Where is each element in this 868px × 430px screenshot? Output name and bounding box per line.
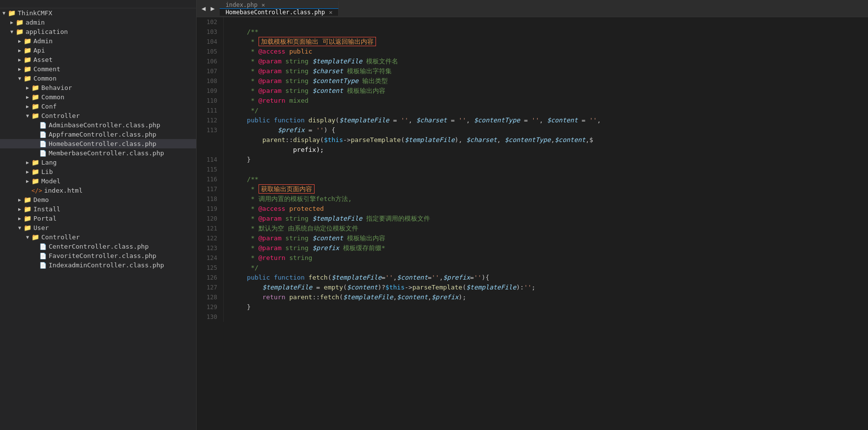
arrow-icon bbox=[16, 38, 24, 44]
code-line: $templateFile = empty($content)?$this->p… bbox=[231, 283, 868, 292]
tree-item-portal[interactable]: 📁Portal bbox=[0, 214, 196, 223]
code-editor[interactable]: 1021031041051061071081091101111121131141… bbox=[197, 17, 868, 430]
tree-item-comment[interactable]: 📁Comment bbox=[0, 64, 196, 74]
tree-item-user[interactable]: 📁User bbox=[0, 223, 196, 232]
line-number: 119 bbox=[203, 204, 217, 214]
arrow-icon bbox=[24, 104, 31, 109]
code-line: $prefix = '') { bbox=[231, 125, 868, 135]
tree-item-common2[interactable]: 📁Common bbox=[0, 92, 196, 102]
folder-icon: 📁 bbox=[24, 205, 31, 213]
line-number: 117 bbox=[203, 184, 217, 194]
code-line bbox=[231, 165, 868, 174]
line-number: 110 bbox=[203, 96, 217, 106]
code-line: * @access protected bbox=[231, 204, 868, 214]
tree-item-indexhtml[interactable]: </>index.html bbox=[0, 186, 196, 195]
tab-close-icon[interactable]: ✕ bbox=[329, 9, 332, 16]
file-icon: </> bbox=[31, 187, 42, 194]
nav-back[interactable]: ◀ bbox=[200, 3, 207, 13]
file-icon: 📄 bbox=[39, 262, 47, 269]
code-line: } bbox=[231, 302, 868, 312]
arrow-icon bbox=[16, 76, 24, 81]
arrow-icon bbox=[8, 29, 16, 34]
folder-icon: 📁 bbox=[24, 56, 31, 63]
tree-item-common[interactable]: 📁Common bbox=[0, 74, 196, 83]
code-line: } bbox=[231, 155, 868, 165]
code-lines: /** * 加载模板和页面输出 可以返回输出内容 * @access publi… bbox=[224, 17, 868, 322]
line-number: 125 bbox=[203, 263, 217, 273]
arrow-icon bbox=[24, 85, 31, 90]
sidebar-header bbox=[0, 0, 196, 8]
tree-item-thinkcmfx[interactable]: 📁ThinkCMFX bbox=[0, 8, 196, 18]
tree-item-application[interactable]: 📁application bbox=[0, 27, 196, 36]
tree-item-favorite[interactable]: 📄FavoriteController.class.php bbox=[0, 251, 196, 260]
code-line: public function fetch($templateFile='',$… bbox=[231, 273, 868, 283]
tree-item-indexadmin[interactable]: 📄IndexadminController.class.php bbox=[0, 260, 196, 270]
file-icon: 📄 bbox=[39, 122, 47, 129]
item-label: ThinkCMFX bbox=[18, 9, 52, 17]
tree-item-behavior[interactable]: 📁Behavior bbox=[0, 83, 196, 92]
arrow-icon bbox=[16, 197, 24, 202]
file-sidebar: 📁ThinkCMFX📁admin📁application📁Admin📁Api📁A… bbox=[0, 0, 197, 430]
file-icon: 📄 bbox=[39, 243, 47, 250]
nav-forward[interactable]: ▶ bbox=[208, 3, 216, 13]
item-label: Common bbox=[41, 93, 64, 101]
tree-item-controller2[interactable]: 📁Controller bbox=[0, 232, 196, 242]
line-numbers: 1021031041051061071081091101111121131141… bbox=[197, 17, 224, 322]
tabs-container: index.php✕HomebaseController.class.php✕ bbox=[220, 1, 339, 16]
line-number: 115 bbox=[203, 165, 217, 174]
tree-item-controller[interactable]: 📁Controller bbox=[0, 111, 196, 120]
folder-icon: 📁 bbox=[31, 103, 39, 110]
code-line: prefix); bbox=[231, 145, 868, 155]
folder-icon: 📁 bbox=[31, 159, 39, 166]
item-label: Admin bbox=[33, 37, 53, 45]
item-label: Install bbox=[33, 205, 60, 213]
code-line: * @access public bbox=[231, 47, 868, 57]
folder-icon: 📁 bbox=[8, 9, 16, 17]
tree-item-model[interactable]: 📁Model bbox=[0, 176, 196, 186]
tab-close-icon[interactable]: ✕ bbox=[261, 1, 265, 8]
tree-item-appframe[interactable]: 📄AppframeController.class.php bbox=[0, 130, 196, 139]
tree-item-conf[interactable]: 📁Conf bbox=[0, 102, 196, 111]
line-number: 129 bbox=[203, 302, 217, 312]
item-label: Demo bbox=[33, 196, 49, 203]
tab-homebase[interactable]: HomebaseController.class.php✕ bbox=[220, 8, 339, 16]
line-number: 114 bbox=[203, 155, 217, 165]
folder-icon: 📁 bbox=[16, 28, 24, 35]
tree-item-adminbase[interactable]: 📄AdminbaseController.class.php bbox=[0, 120, 196, 130]
tree-item-api[interactable]: 📁Api bbox=[0, 46, 196, 55]
line-number: 126 bbox=[203, 273, 217, 283]
folder-icon: 📁 bbox=[31, 84, 39, 91]
tree-item-homebase[interactable]: 📄HomebaseController.class.php bbox=[0, 139, 196, 148]
item-label: CenterController.class.php bbox=[49, 243, 149, 250]
arrow-icon bbox=[24, 234, 31, 240]
line-number: 113 bbox=[203, 125, 217, 135]
code-line: * @return mixed bbox=[231, 96, 868, 106]
line-number: 122 bbox=[203, 233, 217, 243]
folder-icon: 📁 bbox=[31, 233, 39, 241]
tree-item-admin2[interactable]: 📁Admin bbox=[0, 36, 196, 46]
code-line: */ bbox=[231, 106, 868, 115]
arrow-icon bbox=[16, 66, 24, 72]
arrow-icon bbox=[16, 57, 24, 62]
line-number: 127 bbox=[203, 283, 217, 292]
code-container: 1021031041051061071081091101111121131141… bbox=[197, 17, 868, 322]
item-label: Api bbox=[33, 47, 45, 54]
tree-item-center[interactable]: 📄CenterController.class.php bbox=[0, 242, 196, 251]
code-line: * @return string bbox=[231, 253, 868, 263]
tab-label: HomebaseController.class.php bbox=[226, 9, 325, 16]
tree-item-admin[interactable]: 📁admin bbox=[0, 18, 196, 27]
tab-index[interactable]: index.php✕ bbox=[220, 1, 339, 8]
item-label: index.html bbox=[44, 187, 83, 194]
tree-item-asset[interactable]: 📁Asset bbox=[0, 55, 196, 64]
code-line: * 加载模板和页面输出 可以返回输出内容 bbox=[231, 37, 868, 47]
code-line: /** bbox=[231, 27, 868, 37]
folder-icon: 📁 bbox=[31, 112, 39, 119]
tree-item-lib[interactable]: 📁Lib bbox=[0, 167, 196, 176]
tree-item-demo[interactable]: 📁Demo bbox=[0, 195, 196, 204]
item-label: MemberbaseController.class.php bbox=[49, 149, 164, 157]
line-number: 104 bbox=[203, 37, 217, 47]
tree-item-lang[interactable]: 📁Lang bbox=[0, 158, 196, 167]
tree-item-memberbase[interactable]: 📄MemberbaseController.class.php bbox=[0, 148, 196, 158]
tree-item-install[interactable]: 📁Install bbox=[0, 204, 196, 214]
editor-area: ◀ ▶ index.php✕HomebaseController.class.p… bbox=[197, 0, 868, 430]
